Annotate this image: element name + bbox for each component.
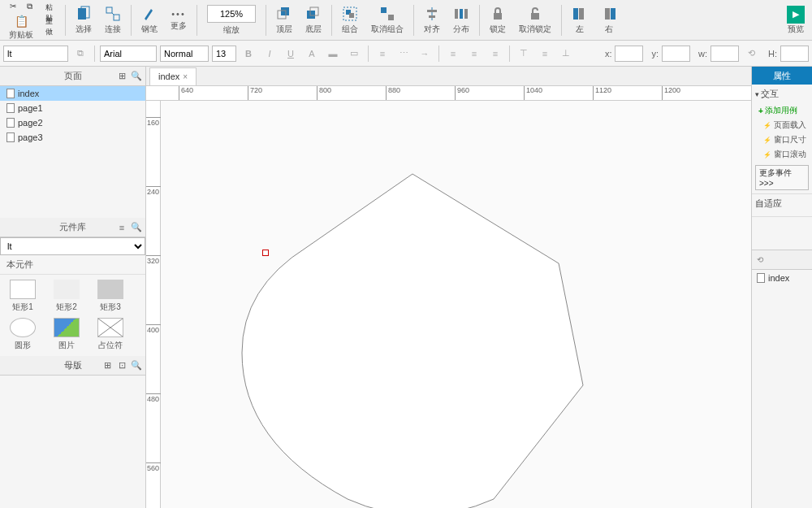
style-preset-select[interactable] (3, 46, 68, 62)
add-page-icon[interactable]: ⊞ (116, 71, 127, 82)
tab-active[interactable]: index × (149, 67, 197, 85)
widget-rect-light[interactable]: 矩形2 (47, 280, 86, 313)
library-title: 元件库 (59, 221, 86, 233)
h-input[interactable] (780, 46, 809, 62)
add-case-button[interactable]: +添加用例 (755, 103, 809, 118)
svg-rect-3 (114, 15, 119, 20)
unlock-button[interactable]: 取消锁定 (516, 4, 555, 37)
widget-placeholder[interactable]: 占位符 (91, 318, 130, 351)
left-panel: 页面 ⊞ 🔍 indexpage1page2page3 元件库 ≡ 🔍 lt 本… (0, 67, 146, 508)
repeat-small[interactable]: 重做 (45, 20, 58, 33)
y-label: y: (651, 49, 659, 59)
pen-tool[interactable]: 钢笔 (138, 4, 161, 37)
pages-panel-header: 页面 ⊞ 🔍 (0, 67, 145, 86)
format-bar: ⧉ B I U A ▬ ▭ ≡ ⋯ → ≡ ≡ ≡ ⊤ ≡ ⊥ x: y: w:… (0, 41, 812, 67)
zoom-input[interactable] (207, 5, 256, 23)
widget-rect-outline[interactable]: 矩形1 (3, 280, 42, 313)
select-icon (76, 6, 92, 22)
line-style-button[interactable]: ⋯ (395, 46, 412, 62)
outline-item[interactable]: index (752, 270, 812, 286)
more-events-button[interactable]: 更多事件>>> (755, 165, 809, 190)
page-item-index[interactable]: index (0, 86, 145, 101)
x-input[interactable] (615, 46, 643, 62)
bold-button[interactable]: B (240, 46, 257, 62)
svg-rect-17 (455, 9, 458, 19)
close-icon[interactable]: × (183, 72, 188, 81)
vertical-ruler[interactable]: 160240320400480560 (146, 101, 161, 508)
add-master-icon[interactable]: ⊞ (102, 360, 113, 371)
canvas[interactable] (161, 101, 751, 508)
library-select[interactable]: lt (0, 237, 145, 255)
event-item[interactable]: ⚡页面载入 (755, 118, 809, 132)
valign-middle[interactable]: ≡ (536, 46, 554, 62)
clipboard-group[interactable]: ✂ ⧉ 📋 剪贴板 (3, 0, 39, 42)
add-master2-icon[interactable]: ⊡ (116, 360, 127, 371)
page-item-page1[interactable]: page1 (0, 101, 145, 115)
event-item[interactable]: ⚡窗口尺寸 (755, 132, 809, 147)
page-icon (757, 273, 765, 283)
widget-rect-fill[interactable]: 矩形3 (91, 280, 130, 313)
widget-image[interactable]: 图片 (47, 318, 86, 351)
svg-rect-5 (281, 7, 289, 15)
main-toolbar: ✂ ⧉ 📋 剪贴板 粘贴 重做 选择 连接 钢笔 ••• 更多 缩放 顶层 底层… (0, 0, 812, 41)
search-page-icon[interactable]: 🔍 (131, 71, 142, 82)
group-button[interactable]: 组合 (339, 4, 361, 37)
fill-button[interactable]: ▬ (324, 46, 342, 62)
font-color-button[interactable]: A (303, 46, 321, 62)
back-button[interactable]: 底层 (302, 4, 325, 37)
event-item[interactable]: ⚡窗口滚动 (755, 147, 809, 162)
distribute-button[interactable]: 分布 (450, 4, 473, 37)
page-icon (6, 89, 15, 98)
border-button[interactable]: ▭ (345, 46, 363, 62)
master-search-icon[interactable]: 🔍 (131, 360, 142, 371)
library-menu-icon[interactable]: ≡ (116, 222, 127, 233)
vertex-handle[interactable] (262, 250, 269, 256)
horizontal-ruler[interactable]: 640720800880960104011201200 (146, 86, 751, 101)
preview-button[interactable]: ▶ 预览 (783, 6, 809, 35)
lock-ratio-icon[interactable]: ⟲ (742, 46, 760, 62)
font-select[interactable] (100, 46, 157, 62)
arrow-button[interactable]: → (416, 46, 434, 62)
front-icon (276, 6, 292, 22)
copy-icon[interactable]: ⧉ (23, 0, 36, 13)
align-text-left[interactable]: ≡ (444, 46, 462, 62)
underline-button[interactable]: U (282, 46, 300, 62)
ungroup-button[interactable]: 取消组合 (368, 4, 407, 37)
page-icon (6, 103, 15, 113)
svg-rect-21 (531, 13, 539, 20)
page-item-page3[interactable]: page3 (0, 130, 145, 145)
lock-button[interactable]: 锁定 (486, 4, 509, 37)
interaction-title[interactable]: ▾交互 (755, 88, 809, 100)
align-button[interactable]: 对齐 (421, 4, 443, 37)
align-right-button[interactable]: 右 (598, 4, 620, 37)
pages-title: 页面 (64, 70, 82, 82)
widget-ellipse[interactable]: 圆形 (3, 318, 42, 351)
font-size-input[interactable] (212, 46, 236, 62)
library-panel-header: 元件库 ≡ 🔍 (0, 218, 145, 237)
align-left-button[interactable]: 左 (568, 4, 591, 37)
valign-top[interactable]: ⊤ (515, 46, 533, 62)
custom-shape[interactable] (218, 158, 648, 508)
more-icon: ••• (171, 9, 186, 19)
page-item-page2[interactable]: page2 (0, 115, 145, 130)
clipboard-label: 剪贴板 (9, 29, 33, 41)
w-input[interactable] (710, 46, 739, 62)
align-icon (424, 6, 440, 22)
connect-tool[interactable]: 连接 (102, 4, 124, 37)
italic-button[interactable]: I (261, 46, 279, 62)
canvas-area: index × 640720800880960104011201200 1602… (146, 67, 751, 508)
y-input[interactable] (662, 46, 690, 62)
svg-rect-15 (427, 10, 437, 12)
font-style-select[interactable] (160, 46, 209, 62)
select-tool[interactable]: 选择 (72, 4, 95, 37)
align-text-right[interactable]: ≡ (486, 46, 504, 62)
front-button[interactable]: 顶层 (273, 4, 296, 37)
valign-bottom[interactable]: ⊥ (557, 46, 575, 62)
paste-icon[interactable]: 📋 (15, 15, 28, 28)
library-search-icon[interactable]: 🔍 (131, 222, 142, 233)
more-tool[interactable]: ••• 更多 (167, 7, 190, 33)
line-width-button[interactable]: ≡ (374, 46, 391, 62)
cut-icon[interactable]: ✂ (6, 0, 19, 13)
align-text-center[interactable]: ≡ (465, 46, 483, 62)
copy-format-icon[interactable]: ⧉ (71, 46, 89, 62)
